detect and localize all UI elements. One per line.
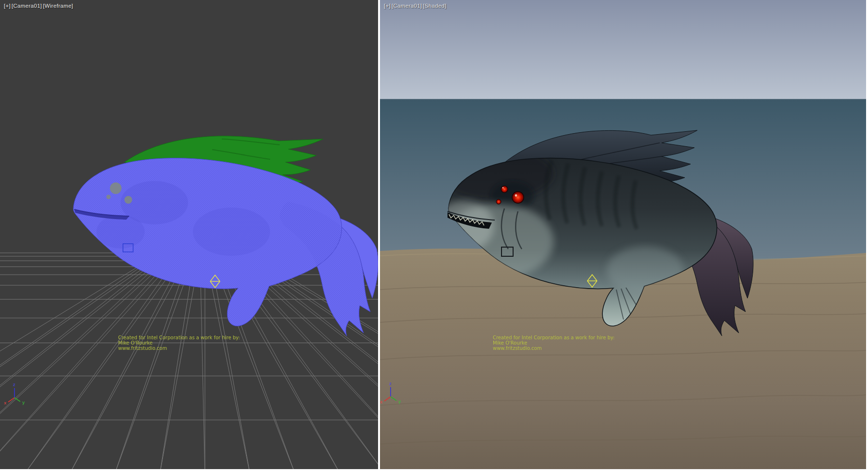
viewport-split-frame: [+][Camera01][Wireframe] Created for Int… — [0, 0, 868, 472]
watermark-line: www.fritzstudio.com — [493, 346, 615, 351]
viewport-pov-menu[interactable]: [Camera01] — [12, 3, 42, 9]
sky — [380, 0, 866, 100]
watermark-line: Created for Intel Corporation as a work … — [118, 335, 240, 340]
viewport-frame-edge — [866, 0, 868, 472]
viewport-label: [+][Camera01][Shaded] — [384, 3, 448, 9]
viewport-frame-edge — [0, 469, 868, 472]
viewport-shading-menu[interactable]: [Wireframe] — [43, 3, 73, 9]
watermark-line: Created for Intel Corporation as a work … — [493, 335, 615, 340]
wireframe-canvas[interactable] — [0, 0, 378, 469]
fish-eye-spot — [124, 196, 132, 204]
watermark-line: www.fritzstudio.com — [118, 346, 240, 351]
shaded-canvas[interactable] — [380, 0, 866, 469]
viewport-general-menu[interactable]: [+] — [4, 3, 11, 9]
watermark-line: Mike O'Rourke — [493, 340, 615, 346]
fish-eye — [501, 186, 508, 193]
fish-eye-spot — [110, 182, 122, 194]
watermark-line: Mike O'Rourke — [118, 340, 240, 346]
eye-highlight — [502, 187, 504, 189]
fish-eye — [512, 192, 524, 203]
artist-watermark: Created for Intel Corporation as a work … — [493, 335, 615, 351]
fish-eye-spot — [107, 195, 111, 199]
viewport-wireframe[interactable]: [+][Camera01][Wireframe] Created for Int… — [0, 0, 378, 469]
viewport-pov-menu[interactable]: [Camera01] — [392, 3, 422, 9]
eye-highlight — [515, 194, 517, 197]
viewport-shading-menu[interactable]: [Shaded] — [423, 3, 446, 9]
viewport-label: [+][Camera01][Wireframe] — [4, 3, 74, 9]
fish-eye — [496, 199, 501, 204]
viewport-general-menu[interactable]: [+] — [384, 3, 391, 9]
viewport-shaded[interactable]: [+][Camera01][Shaded] Created for Intel … — [380, 0, 866, 469]
artist-watermark: Created for Intel Corporation as a work … — [118, 335, 240, 351]
